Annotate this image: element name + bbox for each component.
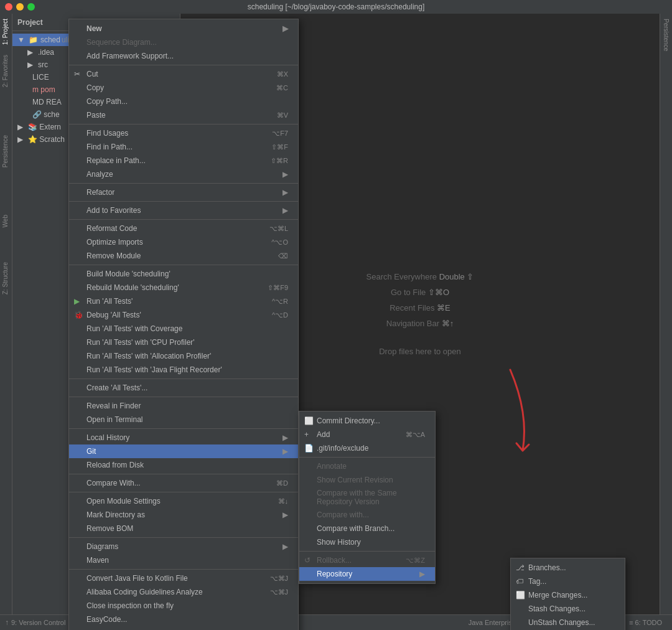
drop-arrow <box>473 364 548 477</box>
separator <box>69 569 298 570</box>
menu-item-tag[interactable]: 🏷 Tag... <box>511 575 625 588</box>
separator <box>69 378 298 379</box>
hint-key: ⇧⌘O <box>428 288 449 297</box>
menu-item-compare-branch[interactable]: Compare with Branch... <box>299 522 435 535</box>
tree-item-label: m pom <box>32 85 55 94</box>
menu-item-analyze[interactable]: Analyze ▶ <box>69 167 298 181</box>
shortcut-label: ⇧⌘F <box>271 143 288 151</box>
menu-label: Compare With... <box>86 479 141 487</box>
menu-label: Remove Module <box>86 252 141 260</box>
left-tab-structure[interactable]: Z: Structure <box>0 257 12 299</box>
separator <box>69 428 298 429</box>
menu-item-add-framework[interactable]: Add Framework Support... <box>69 49 298 63</box>
menu-item-create-tests[interactable]: Create 'All Tests'... <box>69 381 298 395</box>
menu-item-find-path[interactable]: Find in Path... ⇧⌘F <box>69 140 298 154</box>
menu-item-copy[interactable]: Copy ⌘C <box>69 81 298 95</box>
menu-item-show-history[interactable]: Show History <box>299 535 435 549</box>
status-tab-todo[interactable]: ≡ 6: TODO <box>624 618 667 628</box>
arrow-icon: ▶ <box>282 206 288 215</box>
menu-item-remove-module[interactable]: Remove Module ⌫ <box>69 249 298 263</box>
menu-item-convert-kotlin[interactable]: Convert Java File to Kotlin File ⌥⌘J <box>69 571 298 585</box>
left-tab-web[interactable]: Web <box>0 210 12 232</box>
drop-hints: Search Everywhere Double ⇧ Go to File ⇧⌘… <box>366 266 474 362</box>
menu-item-run-tests[interactable]: ▶ Run 'All Tests' ^⌥R <box>69 294 298 308</box>
hint-label: Search Everywhere <box>366 272 439 281</box>
project-icon: 📁 <box>29 35 38 44</box>
menu-item-git[interactable]: Git ▶ <box>69 444 298 458</box>
menu-item-refactor[interactable]: Refactor ▶ <box>69 186 298 199</box>
menu-item-run-alloc[interactable]: Run 'All Tests' with 'Allocation Profile… <box>69 349 298 363</box>
tree-item-label: 🔗 sche <box>32 110 60 119</box>
menu-item-optimize[interactable]: Optimize Imports ^⌥O <box>69 235 298 249</box>
menu-item-stash[interactable]: Stash Changes... <box>511 602 625 616</box>
menu-item-close-inspection[interactable]: Close inspection on the fly <box>69 599 298 613</box>
menu-item-cut[interactable]: ✂ Cut ⌘X <box>69 67 298 81</box>
readme-label: MD REA <box>32 98 62 106</box>
menu-item-paste[interactable]: Paste ⌘V <box>69 108 298 122</box>
menu-item-repository[interactable]: Repository ▶ <box>299 567 435 581</box>
menu-item-open-terminal[interactable]: Open in Terminal <box>69 413 298 426</box>
menu-label: Commit Directory... <box>317 416 380 425</box>
menu-item-module-settings[interactable]: Open Module Settings ⌘↓ <box>69 494 298 508</box>
git-submenu: ⬜ Commit Directory... + Add ⌘⌥A 📄 .git/i… <box>299 411 436 584</box>
menu-item-mark-directory[interactable]: Mark Directory as ▶ <box>69 508 298 522</box>
menu-item-reveal-finder[interactable]: Reveal in Finder <box>69 399 298 413</box>
separator <box>69 219 298 220</box>
menu-item-replace-path[interactable]: Replace in Path... ⇧⌘R <box>69 154 298 167</box>
menu-label: Refactor <box>86 188 114 197</box>
menu-item-open-github[interactable]: Open on GitHub <box>69 626 298 630</box>
status-version[interactable]: ↑ 9: Version Control <box>5 618 65 627</box>
left-tab-project[interactable]: 1: Project <box>0 14 12 50</box>
shortcut-label: ⇧⌘F9 <box>268 284 288 292</box>
left-tab-persistence[interactable]: Persistence <box>0 130 12 172</box>
menu-label: Open Module Settings <box>86 497 161 505</box>
left-tab-favorites[interactable]: 2: Favorites <box>0 50 12 92</box>
separator <box>299 457 435 458</box>
menu-item-run-cpu[interactable]: Run 'All Tests' with 'CPU Profiler' <box>69 336 298 349</box>
minimize-button[interactable] <box>16 3 24 11</box>
hint-recent: Recent Files ⌘E <box>366 303 474 313</box>
menu-label: Create 'All Tests'... <box>86 383 147 392</box>
menu-label: Rollback... <box>317 556 352 565</box>
menu-item-compare-with[interactable]: Compare With... ⌘D <box>69 476 298 490</box>
menu-item-alibaba[interactable]: Alibaba Coding Guidelines Analyze ⌥⌘J <box>69 585 298 599</box>
maximize-button[interactable] <box>27 3 35 11</box>
menu-item-reformat[interactable]: Reformat Code ⌥⌘L <box>69 222 298 235</box>
menu-item-diagrams[interactable]: Diagrams ▶ <box>69 540 298 553</box>
tree-item-label: 📚 Extern <box>28 123 61 131</box>
menu-item-rebuild[interactable]: Rebuild Module 'scheduling' ⇧⌘F9 <box>69 281 298 294</box>
menu-item-remove-bom[interactable]: Remove BOM <box>69 522 298 535</box>
menu-item-easycode[interactable]: EasyCode... <box>69 613 298 626</box>
menu-label: Debug 'All Tests' <box>86 311 141 319</box>
right-tab-persistence[interactable]: Persistence <box>661 14 671 56</box>
menu-item-git-exclude[interactable]: 📄 .git/info/exclude <box>299 441 435 455</box>
menu-item-debug-tests[interactable]: 🐞 Debug 'All Tests' ^⌥D <box>69 308 298 322</box>
menu-item-local-history[interactable]: Local History ▶ <box>69 431 298 444</box>
menu-item-merge[interactable]: ⬜ Merge Changes... <box>511 588 625 602</box>
close-button[interactable] <box>5 3 12 11</box>
menu-item-maven[interactable]: Maven <box>69 553 298 567</box>
menu-item-add-favorites[interactable]: Add to Favorites ▶ <box>69 204 298 217</box>
menu-label: Run 'All Tests' with Coverage <box>86 324 182 333</box>
menu-item-new[interactable]: New ▶ <box>69 22 298 35</box>
hint-goto: Go to File ⇧⌘O <box>366 288 474 297</box>
menu-item-annotate: Annotate <box>299 459 435 473</box>
menu-item-show-current: Show Current Revision <box>299 473 435 487</box>
menu-item-sequence-diagram: Sequence Diagram... <box>69 35 298 49</box>
separator <box>69 65 298 65</box>
arrow-icon: ▶ <box>27 48 33 57</box>
separator <box>299 551 435 552</box>
menu-item-copy-path[interactable]: Copy Path... <box>69 95 298 108</box>
menu-item-reload-disk[interactable]: Reload from Disk <box>69 458 298 472</box>
menu-item-run-jfr[interactable]: Run 'All Tests' with 'Java Flight Record… <box>69 363 298 377</box>
menu-item-branches[interactable]: ⎇ Branches... <box>511 561 625 575</box>
shortcut-label: ⌥⌘J <box>270 575 289 583</box>
menu-item-find-usages[interactable]: Find Usages ⌥F7 <box>69 126 298 140</box>
menu-item-build[interactable]: Build Module 'scheduling' <box>69 267 298 281</box>
menu-label: Replace in Path... <box>86 156 146 165</box>
menu-item-unstash[interactable]: UnStash Changes... <box>511 616 625 629</box>
menu-item-git-add[interactable]: + Add ⌘⌥A <box>299 428 435 441</box>
folder-icon: ▼ <box>17 35 25 44</box>
menu-item-run-coverage[interactable]: Run 'All Tests' with Coverage <box>69 322 298 336</box>
menu-item-commit-dir[interactable]: ⬜ Commit Directory... <box>299 414 435 428</box>
